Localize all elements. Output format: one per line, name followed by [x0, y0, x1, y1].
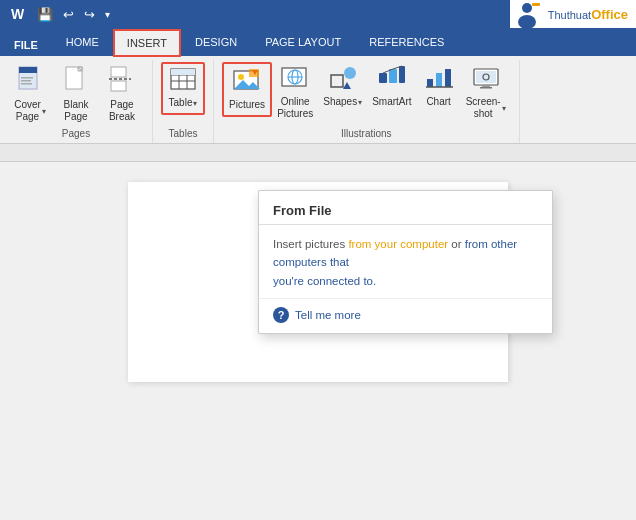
tab-page-layout[interactable]: PAGE LAYOUT	[251, 28, 355, 56]
help-icon: ?	[273, 307, 289, 323]
tab-references[interactable]: REFERENCES	[355, 28, 458, 56]
screenshot-label: Screen-shot	[466, 96, 501, 120]
person-icon	[510, 0, 544, 28]
shapes-icon	[329, 65, 357, 93]
ribbon-tabs: FILE HOME INSERT DESIGN PAGE LAYOUT REFE…	[0, 28, 636, 56]
blank-page-icon	[62, 65, 90, 97]
svg-rect-5	[532, 3, 540, 6]
svg-point-31	[344, 67, 356, 79]
svg-rect-8	[21, 77, 33, 79]
save-button[interactable]: 💾	[34, 5, 56, 24]
svg-marker-32	[343, 82, 351, 89]
table-button[interactable]: Table ▾	[161, 62, 205, 115]
popup-body: Insert pictures from your computer or fr…	[259, 225, 552, 298]
ribbon-group-pages: CoverPage ▾ BlankPage	[0, 60, 153, 143]
pictures-label: Pictures	[229, 99, 265, 111]
svg-rect-10	[21, 83, 32, 85]
ribbon-group-illustrations: Pictures OnlinePictures	[214, 60, 520, 143]
svg-rect-38	[427, 79, 433, 87]
popup-title: From File	[259, 191, 552, 225]
smartart-icon	[378, 65, 406, 93]
redo-button[interactable]: ↪	[81, 5, 98, 24]
pictures-icon	[233, 68, 261, 96]
online-pictures-label: OnlinePictures	[277, 96, 313, 120]
svg-rect-40	[445, 69, 451, 87]
tab-home[interactable]: HOME	[52, 28, 113, 56]
smartart-label: SmartArt	[372, 96, 411, 108]
cover-page-label: CoverPage	[14, 99, 41, 123]
title-bar-left: W 💾 ↩ ↪ ▾	[8, 4, 113, 24]
tell-me-more-text: Tell me more	[295, 309, 361, 321]
illustrations-group-label: Illustrations	[341, 128, 392, 141]
table-label: Table	[169, 97, 193, 109]
online-pictures-icon	[281, 65, 309, 93]
svg-rect-7	[19, 67, 37, 73]
cover-page-button[interactable]: CoverPage ▾	[8, 62, 52, 126]
smartart-button[interactable]: SmartArt	[367, 62, 416, 111]
svg-text:W: W	[11, 6, 25, 22]
popup-desc-highlight1: from your computer	[348, 238, 448, 250]
svg-rect-34	[389, 69, 397, 83]
ribbon-group-tables: Table ▾ Tables	[153, 60, 214, 143]
word-icon: W	[8, 4, 28, 24]
page-break-button[interactable]: PageBreak	[100, 62, 144, 126]
illustrations-group-items: Pictures OnlinePictures	[222, 62, 511, 126]
popup-description: Insert pictures from your computer or fr…	[273, 235, 538, 290]
svg-point-22	[238, 74, 244, 80]
tab-insert[interactable]: INSERT	[113, 29, 181, 57]
table-arrow: ▾	[193, 99, 197, 108]
screenshot-label-area: Screen-shot ▾	[466, 96, 506, 120]
cover-page-icon	[16, 65, 44, 97]
pictures-button[interactable]: Pictures	[222, 62, 272, 117]
svg-rect-9	[21, 80, 31, 82]
brand-text: ThuthuatOffice	[548, 7, 628, 22]
tab-design[interactable]: DESIGN	[181, 28, 251, 56]
page-break-label: PageBreak	[109, 99, 135, 123]
app-window: W 💾 ↩ ↪ ▾ ThuthuatOffice	[0, 0, 636, 520]
svg-rect-12	[111, 67, 126, 77]
table-label-area: Table ▾	[169, 97, 198, 109]
svg-rect-46	[480, 87, 492, 89]
blank-page-label: BlankPage	[63, 99, 88, 123]
tab-file[interactable]: FILE	[0, 34, 52, 56]
popup-desc-part1: Insert pictures	[273, 238, 348, 250]
tell-me-more-link[interactable]: ? Tell me more	[259, 298, 552, 333]
svg-rect-39	[436, 73, 442, 87]
svg-rect-35	[399, 66, 405, 83]
svg-rect-30	[331, 75, 343, 87]
ribbon-body: CoverPage ▾ BlankPage	[0, 56, 636, 144]
page-break-icon	[108, 65, 136, 97]
cover-page-arrow: ▾	[42, 107, 46, 116]
ruler	[0, 144, 636, 162]
chart-button[interactable]: Chart	[417, 62, 461, 111]
svg-rect-20	[171, 69, 195, 75]
screenshot-button[interactable]: Screen-shot ▾	[461, 62, 511, 123]
svg-rect-33	[379, 73, 387, 83]
customize-quick-access-button[interactable]: ▾	[102, 7, 113, 22]
svg-rect-43	[476, 71, 496, 83]
screenshot-icon	[472, 65, 500, 93]
popup-desc-part2: or	[448, 238, 465, 250]
shapes-arrow: ▾	[358, 98, 362, 107]
brand-logo: ThuthuatOffice	[544, 0, 636, 28]
table-icon	[170, 68, 196, 94]
tables-group-items: Table ▾	[161, 62, 205, 126]
pages-group-items: CoverPage ▾ BlankPage	[8, 62, 144, 126]
tables-group-label: Tables	[169, 128, 198, 141]
undo-button[interactable]: ↩	[60, 5, 77, 24]
brand-area: ThuthuatOffice	[510, 0, 636, 28]
shapes-label: Shapes	[323, 96, 357, 108]
blank-page-button[interactable]: BlankPage	[54, 62, 98, 126]
svg-point-3	[522, 3, 532, 13]
title-bar: W 💾 ↩ ↪ ▾ ThuthuatOffice	[0, 0, 636, 28]
chart-label: Chart	[426, 96, 450, 108]
tooltip-popup: From File Insert pictures from your comp…	[258, 190, 553, 334]
shapes-label-area: Shapes ▾	[323, 96, 362, 108]
shapes-button[interactable]: Shapes ▾	[318, 62, 367, 111]
svg-rect-14	[111, 81, 126, 91]
online-pictures-button[interactable]: OnlinePictures	[272, 62, 318, 123]
quick-access-toolbar: 💾 ↩ ↪ ▾	[34, 5, 113, 24]
cover-page-label-area: CoverPage ▾	[14, 99, 46, 123]
chart-icon	[425, 65, 453, 93]
pages-group-label: Pages	[62, 128, 90, 141]
